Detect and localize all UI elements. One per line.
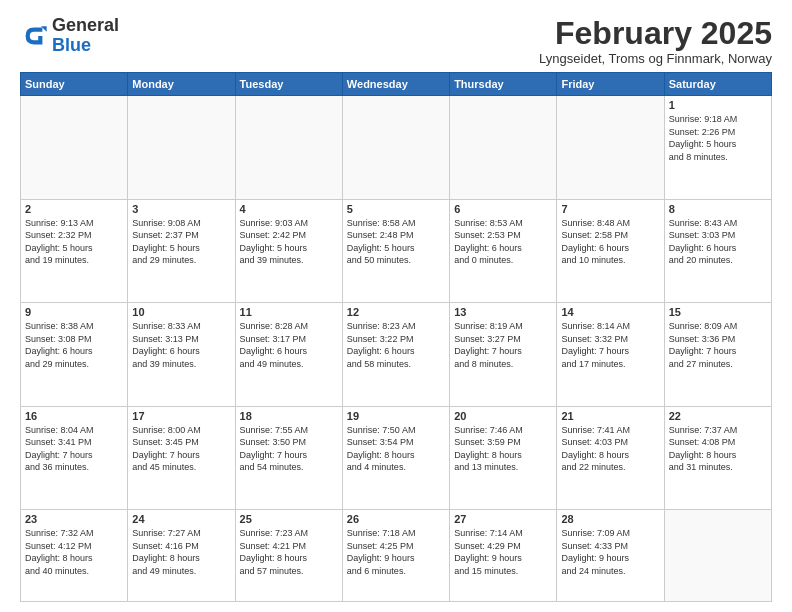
calendar-cell: 2Sunrise: 9:13 AM Sunset: 2:32 PM Daylig… — [21, 199, 128, 303]
day-number: 5 — [347, 203, 445, 215]
day-number: 10 — [132, 306, 230, 318]
day-number: 16 — [25, 410, 123, 422]
calendar-week-3: 16Sunrise: 8:04 AM Sunset: 3:41 PM Dayli… — [21, 406, 772, 510]
calendar-cell: 8Sunrise: 8:43 AM Sunset: 3:03 PM Daylig… — [664, 199, 771, 303]
day-number: 26 — [347, 513, 445, 525]
logo-text: General Blue — [52, 16, 119, 56]
day-info: Sunrise: 9:18 AM Sunset: 2:26 PM Dayligh… — [669, 113, 767, 163]
day-info: Sunrise: 8:33 AM Sunset: 3:13 PM Dayligh… — [132, 320, 230, 370]
calendar-cell: 19Sunrise: 7:50 AM Sunset: 3:54 PM Dayli… — [342, 406, 449, 510]
day-info: Sunrise: 7:23 AM Sunset: 4:21 PM Dayligh… — [240, 527, 338, 577]
title-area: February 2025 Lyngseidet, Troms og Finnm… — [539, 16, 772, 66]
day-number: 27 — [454, 513, 552, 525]
calendar-cell: 25Sunrise: 7:23 AM Sunset: 4:21 PM Dayli… — [235, 510, 342, 602]
day-info: Sunrise: 7:46 AM Sunset: 3:59 PM Dayligh… — [454, 424, 552, 474]
logo-blue: Blue — [52, 35, 91, 55]
calendar-cell: 22Sunrise: 7:37 AM Sunset: 4:08 PM Dayli… — [664, 406, 771, 510]
day-info: Sunrise: 9:08 AM Sunset: 2:37 PM Dayligh… — [132, 217, 230, 267]
day-number: 23 — [25, 513, 123, 525]
calendar-cell: 16Sunrise: 8:04 AM Sunset: 3:41 PM Dayli… — [21, 406, 128, 510]
calendar-cell: 26Sunrise: 7:18 AM Sunset: 4:25 PM Dayli… — [342, 510, 449, 602]
weekday-header-row: SundayMondayTuesdayWednesdayThursdayFrid… — [21, 73, 772, 96]
day-number: 19 — [347, 410, 445, 422]
day-number: 14 — [561, 306, 659, 318]
calendar-cell — [664, 510, 771, 602]
day-number: 25 — [240, 513, 338, 525]
day-info: Sunrise: 8:58 AM Sunset: 2:48 PM Dayligh… — [347, 217, 445, 267]
calendar-cell: 5Sunrise: 8:58 AM Sunset: 2:48 PM Daylig… — [342, 199, 449, 303]
calendar-cell: 11Sunrise: 8:28 AM Sunset: 3:17 PM Dayli… — [235, 303, 342, 407]
calendar-cell: 4Sunrise: 9:03 AM Sunset: 2:42 PM Daylig… — [235, 199, 342, 303]
day-number: 20 — [454, 410, 552, 422]
logo-icon — [20, 22, 48, 50]
day-info: Sunrise: 7:27 AM Sunset: 4:16 PM Dayligh… — [132, 527, 230, 577]
calendar-cell: 28Sunrise: 7:09 AM Sunset: 4:33 PM Dayli… — [557, 510, 664, 602]
day-info: Sunrise: 8:04 AM Sunset: 3:41 PM Dayligh… — [25, 424, 123, 474]
day-number: 13 — [454, 306, 552, 318]
day-number: 17 — [132, 410, 230, 422]
calendar-cell: 24Sunrise: 7:27 AM Sunset: 4:16 PM Dayli… — [128, 510, 235, 602]
day-number: 8 — [669, 203, 767, 215]
calendar-cell — [557, 96, 664, 200]
day-info: Sunrise: 7:32 AM Sunset: 4:12 PM Dayligh… — [25, 527, 123, 577]
day-info: Sunrise: 9:03 AM Sunset: 2:42 PM Dayligh… — [240, 217, 338, 267]
subtitle: Lyngseidet, Troms og Finnmark, Norway — [539, 51, 772, 66]
day-info: Sunrise: 7:50 AM Sunset: 3:54 PM Dayligh… — [347, 424, 445, 474]
day-info: Sunrise: 7:41 AM Sunset: 4:03 PM Dayligh… — [561, 424, 659, 474]
day-info: Sunrise: 8:09 AM Sunset: 3:36 PM Dayligh… — [669, 320, 767, 370]
day-info: Sunrise: 9:13 AM Sunset: 2:32 PM Dayligh… — [25, 217, 123, 267]
calendar-table: SundayMondayTuesdayWednesdayThursdayFrid… — [20, 72, 772, 602]
calendar-cell: 13Sunrise: 8:19 AM Sunset: 3:27 PM Dayli… — [450, 303, 557, 407]
calendar-cell: 27Sunrise: 7:14 AM Sunset: 4:29 PM Dayli… — [450, 510, 557, 602]
day-info: Sunrise: 8:43 AM Sunset: 3:03 PM Dayligh… — [669, 217, 767, 267]
calendar-cell: 23Sunrise: 7:32 AM Sunset: 4:12 PM Dayli… — [21, 510, 128, 602]
calendar-cell — [450, 96, 557, 200]
day-info: Sunrise: 8:53 AM Sunset: 2:53 PM Dayligh… — [454, 217, 552, 267]
day-number: 24 — [132, 513, 230, 525]
calendar-cell — [128, 96, 235, 200]
day-number: 28 — [561, 513, 659, 525]
day-number: 4 — [240, 203, 338, 215]
calendar-cell: 21Sunrise: 7:41 AM Sunset: 4:03 PM Dayli… — [557, 406, 664, 510]
weekday-header-tuesday: Tuesday — [235, 73, 342, 96]
calendar-cell: 10Sunrise: 8:33 AM Sunset: 3:13 PM Dayli… — [128, 303, 235, 407]
day-number: 18 — [240, 410, 338, 422]
day-number: 12 — [347, 306, 445, 318]
day-info: Sunrise: 7:18 AM Sunset: 4:25 PM Dayligh… — [347, 527, 445, 577]
weekday-header-thursday: Thursday — [450, 73, 557, 96]
calendar-cell: 3Sunrise: 9:08 AM Sunset: 2:37 PM Daylig… — [128, 199, 235, 303]
weekday-header-sunday: Sunday — [21, 73, 128, 96]
day-info: Sunrise: 8:19 AM Sunset: 3:27 PM Dayligh… — [454, 320, 552, 370]
page: General Blue February 2025 Lyngseidet, T… — [0, 0, 792, 612]
calendar-cell — [235, 96, 342, 200]
day-info: Sunrise: 8:28 AM Sunset: 3:17 PM Dayligh… — [240, 320, 338, 370]
calendar-cell — [21, 96, 128, 200]
calendar-week-0: 1Sunrise: 9:18 AM Sunset: 2:26 PM Daylig… — [21, 96, 772, 200]
day-number: 22 — [669, 410, 767, 422]
calendar-cell: 1Sunrise: 9:18 AM Sunset: 2:26 PM Daylig… — [664, 96, 771, 200]
weekday-header-monday: Monday — [128, 73, 235, 96]
month-title: February 2025 — [539, 16, 772, 51]
calendar-cell: 6Sunrise: 8:53 AM Sunset: 2:53 PM Daylig… — [450, 199, 557, 303]
day-info: Sunrise: 7:55 AM Sunset: 3:50 PM Dayligh… — [240, 424, 338, 474]
calendar-cell — [342, 96, 449, 200]
calendar-cell: 12Sunrise: 8:23 AM Sunset: 3:22 PM Dayli… — [342, 303, 449, 407]
day-number: 1 — [669, 99, 767, 111]
day-number: 3 — [132, 203, 230, 215]
calendar-cell: 18Sunrise: 7:55 AM Sunset: 3:50 PM Dayli… — [235, 406, 342, 510]
day-info: Sunrise: 7:09 AM Sunset: 4:33 PM Dayligh… — [561, 527, 659, 577]
calendar-cell: 7Sunrise: 8:48 AM Sunset: 2:58 PM Daylig… — [557, 199, 664, 303]
calendar-week-1: 2Sunrise: 9:13 AM Sunset: 2:32 PM Daylig… — [21, 199, 772, 303]
weekday-header-friday: Friday — [557, 73, 664, 96]
weekday-header-wednesday: Wednesday — [342, 73, 449, 96]
day-info: Sunrise: 8:23 AM Sunset: 3:22 PM Dayligh… — [347, 320, 445, 370]
calendar-cell: 9Sunrise: 8:38 AM Sunset: 3:08 PM Daylig… — [21, 303, 128, 407]
day-info: Sunrise: 8:00 AM Sunset: 3:45 PM Dayligh… — [132, 424, 230, 474]
day-info: Sunrise: 8:14 AM Sunset: 3:32 PM Dayligh… — [561, 320, 659, 370]
day-number: 15 — [669, 306, 767, 318]
day-number: 11 — [240, 306, 338, 318]
logo-general: General — [52, 15, 119, 35]
weekday-header-saturday: Saturday — [664, 73, 771, 96]
calendar-cell: 17Sunrise: 8:00 AM Sunset: 3:45 PM Dayli… — [128, 406, 235, 510]
calendar-cell: 15Sunrise: 8:09 AM Sunset: 3:36 PM Dayli… — [664, 303, 771, 407]
